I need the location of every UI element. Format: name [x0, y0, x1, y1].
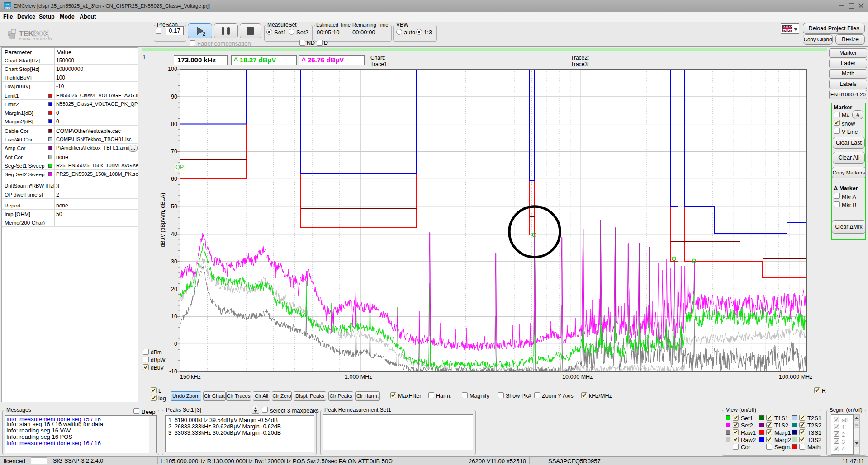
svg-text:2: 2 [203, 31, 205, 37]
svg-text:BOX: BOX [33, 30, 49, 38]
svg-text:DIGITAL SOLUTIONS: DIGITAL SOLUTIONS [19, 38, 52, 41]
svg-text:TEK: TEK [19, 30, 33, 38]
